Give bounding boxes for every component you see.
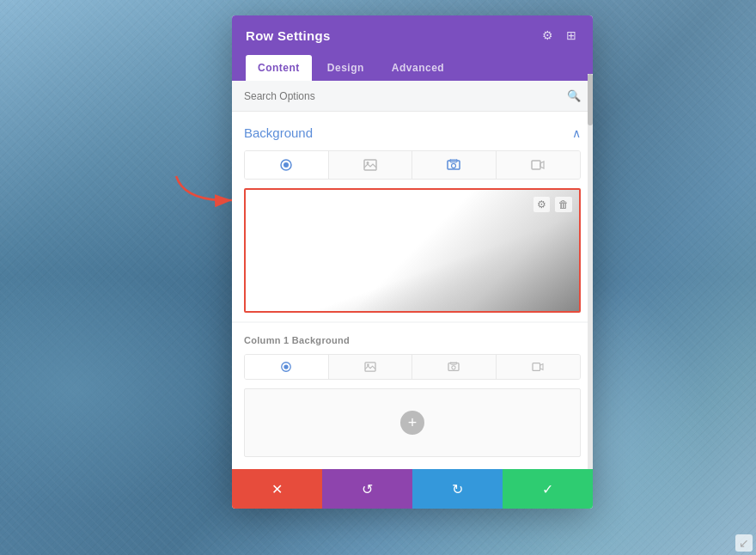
col-bg-tab-color[interactable] <box>245 355 329 379</box>
tab-advanced[interactable]: Advanced <box>380 55 456 81</box>
scrollbar-thumb[interactable] <box>588 74 593 125</box>
svg-rect-11 <box>365 363 375 371</box>
gear-icon[interactable]: ⚙ <box>533 197 550 212</box>
bg-tab-image[interactable] <box>329 151 413 179</box>
gradient-preview[interactable]: ⚙ 🗑 <box>244 188 581 313</box>
col-bg-tab-image[interactable] <box>329 355 413 379</box>
bg-tab-photo[interactable] <box>412 151 497 179</box>
svg-point-2 <box>284 162 289 168</box>
col-bg-tab-video[interactable] <box>497 355 581 379</box>
undo-button[interactable]: ↺ <box>322 469 412 509</box>
gradient-preview-inner <box>246 190 579 311</box>
panel-body: 🔍 Background ∧ <box>232 81 593 469</box>
panel-header: Row Settings ⚙ ⊞ <box>232 15 593 55</box>
svg-point-4 <box>366 162 369 164</box>
resize-icon[interactable]: ↙ <box>735 534 753 552</box>
row-settings-panel: Row Settings ⚙ ⊞ Content Design Advanced… <box>232 15 593 509</box>
column1-section-title: Column 1 Background <box>244 335 581 345</box>
svg-point-12 <box>367 364 369 367</box>
search-bar: 🔍 <box>232 81 593 112</box>
panel-footer: ✕ ↺ ↻ ✓ <box>232 469 593 509</box>
svg-rect-8 <box>532 161 540 169</box>
search-input[interactable] <box>244 90 567 102</box>
svg-rect-16 <box>533 363 540 371</box>
background-section-header: Background ∧ <box>244 125 581 140</box>
svg-point-15 <box>452 366 455 369</box>
gradient-preview-actions: ⚙ 🗑 <box>533 197 572 212</box>
col-bg-tab-photo[interactable] <box>412 355 497 379</box>
add-gradient-button[interactable]: + <box>400 411 424 435</box>
panel-tabs: Content Design Advanced <box>232 55 593 81</box>
background-toggle-icon[interactable]: ∧ <box>572 126 581 140</box>
column1-type-tabs <box>244 354 581 380</box>
background-section: Background ∧ <box>232 112 593 321</box>
gradient-preview-container: ⚙ 🗑 <box>244 188 581 313</box>
tab-design[interactable]: Design <box>315 55 376 81</box>
redo-button[interactable]: ↻ <box>412 469 503 509</box>
panel-header-icons: ⚙ ⊞ <box>540 27 579 43</box>
bg-tab-video[interactable] <box>497 151 581 179</box>
layout-icon[interactable]: ⊞ <box>564 27 579 43</box>
search-icon: 🔍 <box>567 89 581 102</box>
background-type-tabs <box>244 150 581 180</box>
settings-icon[interactable]: ⚙ <box>540 27 555 43</box>
panel-title: Row Settings <box>246 28 331 43</box>
column1-background-section: Column 1 Background <box>232 323 593 469</box>
svg-rect-3 <box>364 160 376 170</box>
svg-point-10 <box>284 364 289 369</box>
save-button[interactable]: ✓ <box>503 469 593 509</box>
scrollbar-track <box>588 74 593 469</box>
svg-point-7 <box>452 164 456 168</box>
tab-content[interactable]: Content <box>246 55 312 81</box>
cancel-button[interactable]: ✕ <box>232 469 322 509</box>
bg-tab-color[interactable] <box>245 151 329 179</box>
trash-icon[interactable]: 🗑 <box>555 197 572 212</box>
background-section-title: Background <box>244 125 313 140</box>
column1-bg-empty: + <box>244 388 581 457</box>
